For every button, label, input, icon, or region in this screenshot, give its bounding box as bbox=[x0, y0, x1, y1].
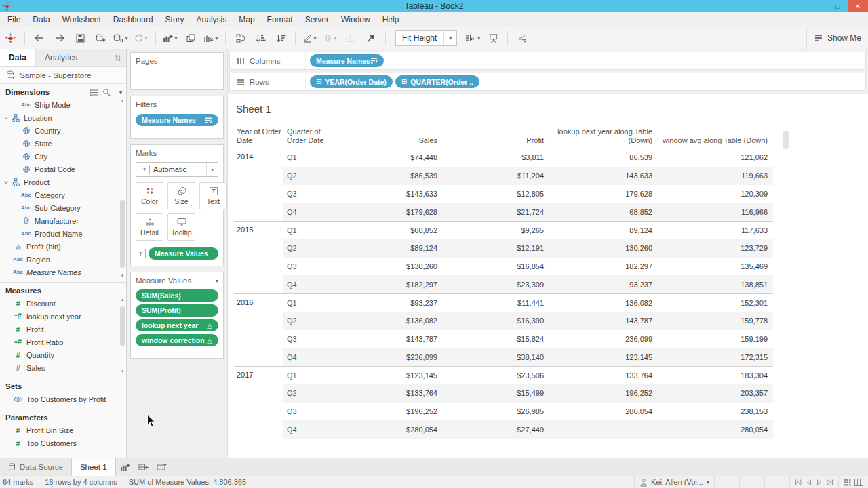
collapse-icon[interactable] bbox=[3, 180, 9, 185]
chevron-down-icon[interactable]: ▾ bbox=[313, 35, 316, 41]
header-lookup-next-year-along-table-down[interactable]: lookup next year along Table (Down) bbox=[549, 125, 658, 148]
scrollbar-thumb[interactable] bbox=[783, 131, 789, 149]
value-cell[interactable]: 179,628 bbox=[549, 185, 658, 203]
year-cell[interactable] bbox=[234, 203, 283, 221]
measure-values-pill-sum-sales[interactable]: SUM(Sales) bbox=[136, 289, 218, 302]
search-icon[interactable] bbox=[102, 88, 111, 96]
columns-pill-measure-names[interactable]: Measure Names bbox=[310, 54, 384, 67]
value-cell[interactable]: 238,153 bbox=[658, 403, 773, 421]
value-cell[interactable]: $16,854 bbox=[443, 258, 549, 276]
value-cell[interactable]: 136,082 bbox=[549, 293, 658, 312]
quarter-cell[interactable]: Q2 bbox=[283, 384, 332, 403]
measure-lookup-next-year[interactable]: =#lookup next year bbox=[0, 310, 126, 323]
value-cell[interactable]: $21,724 bbox=[443, 203, 549, 221]
scrollbar-thumb[interactable] bbox=[120, 200, 125, 268]
quarter-cell[interactable]: Q4 bbox=[283, 275, 332, 293]
value-cell[interactable]: $23,309 bbox=[443, 275, 549, 293]
pages-card[interactable]: Pages bbox=[130, 52, 224, 90]
value-cell[interactable]: 143,787 bbox=[549, 312, 658, 330]
value-cell[interactable]: 172,315 bbox=[658, 348, 773, 366]
dimension-sub-category[interactable]: AbcSub-Category bbox=[0, 201, 126, 214]
pause-auto-updates-button[interactable]: ▾ bbox=[111, 30, 131, 46]
menu-dashboard[interactable]: Dashboard bbox=[107, 12, 159, 27]
size-shelf-button[interactable]: Size bbox=[167, 182, 195, 209]
view-as-list-icon[interactable] bbox=[90, 89, 98, 96]
new-data-source-button[interactable] bbox=[90, 30, 111, 46]
scrollbar-thumb[interactable] bbox=[120, 306, 125, 346]
dimension-city[interactable]: City bbox=[0, 150, 126, 163]
value-cell[interactable]: 159,199 bbox=[658, 330, 773, 348]
value-cell[interactable]: $12,805 bbox=[443, 185, 549, 203]
show-hide-cards-button[interactable]: ▾ bbox=[462, 30, 483, 46]
tab-data[interactable]: Data bbox=[0, 49, 36, 66]
value-cell[interactable]: $15,499 bbox=[443, 384, 549, 403]
measure-discount[interactable]: #Discount bbox=[0, 297, 126, 310]
value-cell[interactable]: $23,506 bbox=[443, 366, 549, 384]
value-cell[interactable]: 116,966 bbox=[658, 203, 773, 221]
dimension-postal-code[interactable]: Postal Code bbox=[0, 163, 126, 176]
header-sales[interactable]: Sales bbox=[332, 125, 443, 148]
value-cell[interactable]: 133,764 bbox=[549, 366, 658, 384]
value-cell[interactable]: 182,297 bbox=[549, 258, 658, 276]
new-worksheet-button[interactable] bbox=[116, 458, 134, 476]
tab-sheet-1[interactable]: Sheet 1 bbox=[71, 458, 116, 476]
dimension-country[interactable]: Country bbox=[0, 124, 126, 137]
next-sheet-icon[interactable] bbox=[816, 479, 822, 485]
tab-data-source[interactable]: Data Source bbox=[0, 458, 71, 476]
year-cell[interactable] bbox=[234, 312, 283, 330]
mark-type-dropdown[interactable]: T Automatic ▾ bbox=[136, 162, 218, 177]
expand-icon[interactable]: ⊞ bbox=[401, 78, 407, 85]
set-top-customers-by-profit[interactable]: Top Customers by Profit bbox=[0, 392, 126, 405]
new-worksheet-button[interactable]: ▾ bbox=[160, 30, 180, 46]
rows-shelf[interactable]: Rows ⊟YEAR(Order Date)⊞QUARTER(Order .. bbox=[229, 73, 866, 91]
value-cell[interactable]: $93,237 bbox=[332, 293, 443, 312]
measure-profit[interactable]: #Profit bbox=[0, 323, 126, 336]
dimension-measure-names[interactable]: AbcMeasure Names bbox=[0, 266, 126, 279]
parameter-top-customers[interactable]: #Top Customers bbox=[0, 436, 126, 449]
quarter-cell[interactable]: Q2 bbox=[283, 239, 332, 258]
chevron-down-icon[interactable]: ▾ bbox=[215, 35, 218, 41]
quarter-cell[interactable]: Q1 bbox=[283, 293, 332, 312]
undo-button[interactable] bbox=[29, 30, 50, 46]
share-workbook-button[interactable] bbox=[512, 30, 532, 46]
year-cell[interactable] bbox=[234, 167, 283, 185]
year-cell[interactable]: 2016 bbox=[234, 293, 283, 312]
fit-select[interactable]: Fit Height▾ bbox=[395, 30, 457, 46]
menu-data[interactable]: Data bbox=[26, 12, 56, 27]
year-cell[interactable] bbox=[234, 258, 283, 276]
chevron-down-icon[interactable]: ▾ bbox=[443, 30, 456, 45]
dimension-product-name[interactable]: AbcProduct Name bbox=[0, 227, 126, 240]
value-cell[interactable]: 68,852 bbox=[549, 203, 658, 221]
quarter-cell[interactable]: Q1 bbox=[283, 366, 332, 384]
close-button[interactable]: ✕ bbox=[848, 0, 868, 12]
value-cell[interactable]: 138,851 bbox=[658, 275, 773, 293]
value-cell[interactable]: $136,082 bbox=[332, 312, 443, 330]
scroll-up-icon[interactable]: ▴ bbox=[121, 297, 124, 302]
highlight-button[interactable]: ▾ bbox=[300, 30, 320, 46]
quarter-cell[interactable]: Q4 bbox=[283, 203, 332, 221]
last-sheet-icon[interactable] bbox=[827, 479, 833, 485]
tableau-logo-button[interactable] bbox=[0, 30, 20, 46]
value-cell[interactable]: $3,811 bbox=[443, 148, 549, 167]
menu-window[interactable]: Window bbox=[335, 12, 376, 27]
value-cell[interactable]: 130,260 bbox=[549, 239, 658, 258]
presentation-mode-button[interactable] bbox=[483, 30, 503, 46]
value-cell[interactable]: $74,448 bbox=[332, 148, 443, 167]
value-cell[interactable]: 93,237 bbox=[549, 275, 658, 293]
quarter-cell[interactable]: Q1 bbox=[283, 148, 332, 167]
value-cell[interactable]: $26,985 bbox=[443, 403, 549, 421]
year-cell[interactable]: 2015 bbox=[234, 221, 283, 239]
value-cell[interactable]: $130,260 bbox=[332, 258, 443, 276]
dimension-manufacturer[interactable]: Manufacturer bbox=[0, 214, 126, 227]
value-cell[interactable]: $143,633 bbox=[332, 185, 443, 203]
show-me-button[interactable]: Show Me bbox=[806, 27, 868, 49]
menu-server[interactable]: Server bbox=[299, 12, 335, 27]
quarter-cell[interactable]: Q3 bbox=[283, 258, 332, 276]
value-cell[interactable]: 123,145 bbox=[549, 348, 658, 366]
value-cell[interactable]: 121,062 bbox=[658, 148, 773, 167]
menu-story[interactable]: Story bbox=[159, 12, 191, 27]
show-filmstrip-icon[interactable] bbox=[854, 479, 863, 486]
dimension-product[interactable]: Product bbox=[0, 176, 126, 188]
scroll-down-icon[interactable]: ▾ bbox=[121, 273, 124, 279]
scroll-up-icon[interactable]: ▴ bbox=[121, 98, 124, 104]
